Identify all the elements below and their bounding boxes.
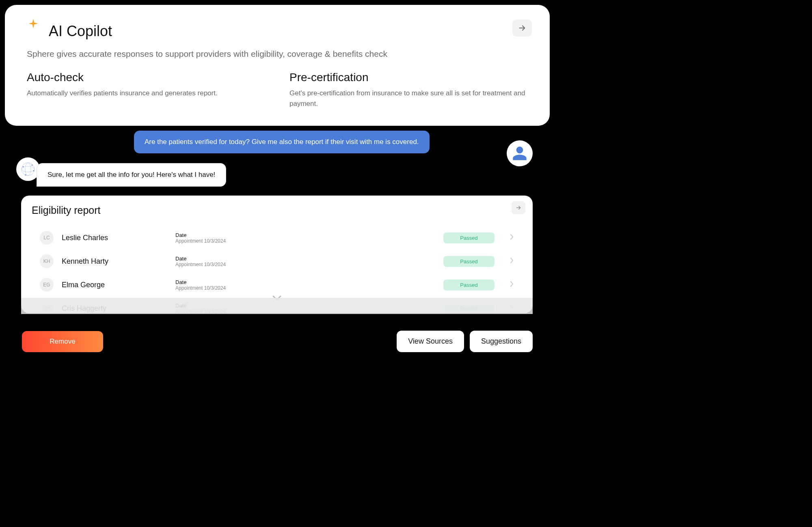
status-badge: Passed [443, 232, 495, 243]
date-column: Date Appointment 10/3/2024 [175, 256, 435, 267]
feature-title: Pre-certification [289, 71, 528, 84]
feature-pre-certification: Pre-certification Get's pre-certificatio… [289, 71, 528, 109]
date-label: Date [175, 232, 435, 238]
user-message: Are the patients verified for today? Giv… [134, 131, 430, 153]
svg-point-2 [25, 163, 31, 176]
chevron-right-icon [510, 258, 514, 265]
chevron-right-icon [510, 281, 514, 288]
feature-title: Auto-check [27, 71, 265, 84]
view-sources-button[interactable]: View Sources [397, 331, 464, 352]
svg-point-6 [25, 174, 26, 176]
ai-message: Sure, let me get all the info for you! H… [37, 163, 226, 187]
date-column: Date Appointment 10/3/2024 [175, 279, 435, 291]
svg-point-4 [32, 165, 33, 166]
feature-description: Automatically verifies patients insuranc… [27, 88, 265, 99]
person-icon [512, 145, 528, 161]
suggestions-button[interactable]: Suggestions [470, 331, 533, 352]
fade-overlay [21, 298, 533, 314]
feature-description: Get's pre-certification from insurance t… [289, 88, 528, 109]
avatar: LC [40, 231, 54, 245]
arrow-right-icon [518, 24, 527, 32]
date-column: Date Appointment 10/3/2024 [175, 232, 435, 244]
copilot-card: AI Copilot Sphere gives accurate respons… [5, 5, 550, 126]
patient-name: Kenneth Harty [62, 257, 167, 266]
avatar: EG [40, 278, 54, 292]
page-title: AI Copilot [49, 23, 528, 40]
patient-name: Elma George [62, 281, 167, 289]
svg-point-5 [33, 170, 35, 172]
status-badge: Passed [443, 256, 495, 267]
bottom-toolbar: Remove View Sources Suggestions [0, 331, 555, 352]
avatar: KH [40, 254, 54, 268]
table-row[interactable]: KH Kenneth Harty Date Appointment 10/3/2… [32, 250, 522, 273]
remove-button[interactable]: Remove [22, 331, 103, 352]
sparkle-icon [28, 18, 39, 31]
table-row[interactable]: EG Elma George Date Appointment 10/3/202… [32, 273, 522, 297]
report-title: Eligibility report [32, 204, 522, 216]
user-avatar [507, 140, 533, 166]
status-badge: Passed [443, 280, 495, 290]
svg-point-3 [23, 166, 24, 168]
date-value: Appointment 10/3/2024 [175, 285, 435, 291]
date-label: Date [175, 256, 435, 262]
report-expand-button[interactable] [512, 201, 525, 214]
sphere-logo-icon [20, 161, 36, 177]
svg-point-0 [22, 163, 35, 176]
date-label: Date [175, 279, 435, 285]
chevron-right-icon [510, 234, 514, 241]
date-value: Appointment 10/3/2024 [175, 262, 435, 267]
page-subtitle: Sphere gives accurate responses to suppo… [27, 48, 528, 60]
table-row[interactable]: LC Leslie Charles Date Appointment 10/3/… [32, 226, 522, 250]
arrow-right-icon [515, 204, 522, 211]
eligibility-report-card: Eligibility report LC Leslie Charles Dat… [21, 196, 533, 313]
patient-name: Leslie Charles [62, 234, 167, 242]
next-arrow-button[interactable] [512, 19, 532, 37]
feature-auto-check: Auto-check Automatically verifies patien… [27, 71, 265, 109]
date-value: Appointment 10/3/2024 [175, 238, 435, 244]
